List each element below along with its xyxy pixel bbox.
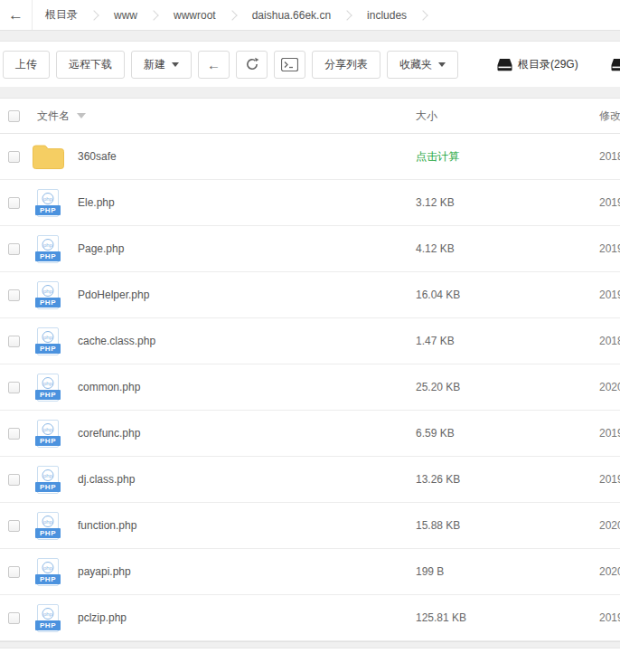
file-size: 125.81 KB (416, 611, 599, 624)
file-row: 360safe 点击计算 2018 (0, 134, 620, 180)
row-checkbox[interactable] (8, 520, 20, 532)
file-modified: 2019 (599, 611, 620, 624)
file-icon: phpPHP (30, 555, 66, 588)
share-list-button[interactable]: 分享列表 (312, 51, 380, 79)
terminal-button[interactable] (274, 51, 305, 79)
file-modified: 2019 (599, 427, 620, 440)
php-file-icon: phpPHP (37, 374, 59, 402)
row-checkbox[interactable] (8, 243, 20, 255)
file-icon: phpPHP (30, 279, 66, 311)
row-checkbox[interactable] (8, 474, 20, 486)
breadcrumb-item[interactable]: daishua.66ek.cn (240, 9, 334, 22)
back-arrow-icon[interactable]: ← (0, 0, 33, 30)
php-file-icon: phpPHP (37, 512, 59, 540)
breadcrumb-item[interactable]: wwwroot (161, 9, 220, 22)
divider-band (0, 31, 620, 42)
file-row: phpPHP cache.class.php 1.47 KB 2018 (0, 318, 620, 364)
file-row: phpPHP corefunc.php 6.59 KB 2019 (0, 411, 620, 457)
row-checkbox[interactable] (8, 612, 20, 624)
file-icon: phpPHP (30, 463, 66, 496)
file-modified: 2020 (599, 565, 620, 578)
file-name[interactable]: pclzip.php (78, 611, 127, 624)
file-name[interactable]: Ele.php (78, 196, 115, 209)
file-name[interactable]: common.php (78, 381, 140, 393)
file-size: 6.59 KB (416, 427, 599, 440)
file-size: 13.26 KB (416, 473, 599, 486)
row-checkbox[interactable] (8, 428, 20, 440)
php-badge-label: PHP (35, 574, 61, 584)
row-checkbox[interactable] (8, 382, 20, 393)
file-name[interactable]: PdoHelper.php (78, 289, 149, 301)
php-badge-label: PHP (35, 482, 61, 492)
row-checkbox[interactable] (8, 151, 20, 163)
row-checkbox[interactable] (8, 336, 20, 347)
file-icon: phpPHP (30, 186, 66, 219)
file-name[interactable]: function.php (78, 519, 136, 532)
share-list-button-label: 分享列表 (324, 57, 368, 72)
refresh-button[interactable] (236, 51, 268, 79)
back-button[interactable]: ← (198, 51, 230, 79)
file-size: 16.04 KB (416, 289, 599, 301)
breadcrumb-item[interactable]: includes (354, 9, 410, 22)
php-file-icon: phpPHP (37, 327, 59, 355)
file-name[interactable]: Page.php (78, 242, 124, 255)
file-row: phpPHP common.php 25.20 KB 2020 (0, 364, 620, 411)
disk-root-label: 根目录(29G) (518, 57, 578, 72)
php-circle-label: php (42, 285, 54, 297)
divider-band (0, 87, 620, 99)
file-size: 1.47 KB (416, 335, 599, 347)
new-menu-button-label: 新建 (144, 57, 165, 72)
file-modified: 2020 (599, 381, 620, 393)
breadcrumb-item[interactable]: www (101, 9, 141, 22)
column-header-size[interactable]: 大小 (416, 109, 599, 124)
refresh-icon (245, 57, 259, 71)
php-badge-label: PHP (35, 344, 61, 354)
column-header-modified[interactable]: 修改 (599, 109, 620, 124)
php-circle-label: php (42, 423, 54, 435)
file-icon: phpPHP (30, 325, 66, 357)
file-modified: 2018 (599, 335, 620, 347)
file-name[interactable]: dj.class.php (78, 473, 135, 486)
file-size: 3.12 KB (416, 196, 599, 209)
row-checkbox[interactable] (8, 289, 20, 301)
file-name[interactable]: corefunc.php (78, 427, 140, 440)
back-icon: ← (207, 58, 221, 71)
breadcrumb-item[interactable]: 根目录 (33, 7, 81, 23)
file-name[interactable]: cache.class.php (78, 335, 155, 347)
column-header-filename[interactable]: 文件名 (37, 109, 70, 124)
file-name[interactable]: payapi.php (78, 565, 131, 578)
php-circle-label: php (42, 331, 54, 343)
disk-root[interactable]: 根目录(29G) (497, 57, 578, 72)
select-all-checkbox[interactable] (8, 110, 20, 122)
file-name[interactable]: 360safe (78, 150, 117, 163)
file-icon (30, 140, 66, 173)
php-circle-label: php (42, 608, 54, 620)
file-row: phpPHP Ele.php 3.12 KB 2019 (0, 180, 620, 226)
folder-icon (32, 144, 65, 170)
favorites-button-label: 收藏夹 (399, 57, 432, 72)
file-size: 199 B (416, 565, 599, 578)
remote-download-button[interactable]: 远程下载 (56, 51, 125, 79)
file-icon: phpPHP (30, 509, 66, 542)
chevron-down-icon (438, 62, 446, 67)
file-row: phpPHP payapi.php 199 B 2020 (0, 549, 620, 595)
row-checkbox[interactable] (8, 197, 20, 209)
new-menu-button[interactable]: 新建 (131, 51, 192, 79)
chevron-right-icon (418, 10, 427, 20)
chevron-right-icon (342, 10, 352, 20)
row-checkbox[interactable] (8, 566, 20, 578)
upload-button[interactable]: 上传 (3, 51, 50, 79)
sort-down-icon[interactable] (77, 113, 86, 118)
remote-download-button-label: 远程下载 (69, 57, 112, 72)
php-file-icon: phpPHP (37, 604, 59, 632)
divider-band (0, 641, 620, 648)
php-file-icon: phpPHP (37, 558, 59, 586)
table-header: 文件名 大小 修改 (0, 99, 620, 134)
php-file-icon: phpPHP (37, 281, 59, 309)
disk-data[interactable]: /data(5 (611, 58, 620, 71)
php-badge-label: PHP (35, 528, 61, 538)
calculate-size-link[interactable]: 点击计算 (416, 149, 599, 165)
php-circle-label: php (42, 562, 54, 573)
file-icon: phpPHP (30, 417, 66, 450)
favorites-button[interactable]: 收藏夹 (387, 51, 458, 79)
